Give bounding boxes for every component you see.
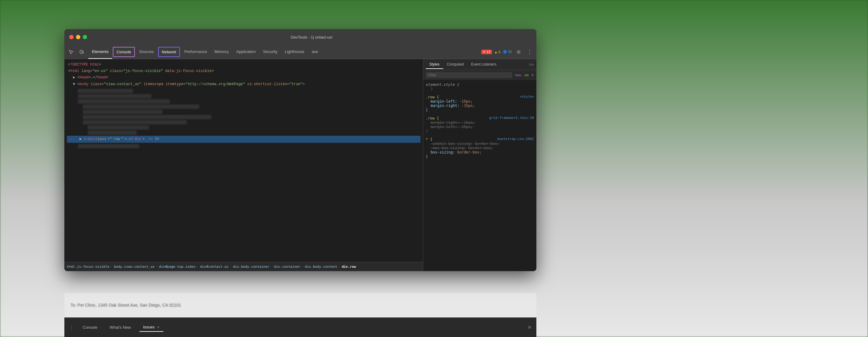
title-bar: DevTools - 1| ontact-us/: [64, 29, 536, 45]
breadcrumb-contact-us[interactable]: div#contact-us: [200, 265, 229, 269]
drawer-tab-console[interactable]: Console: [79, 323, 101, 332]
tab-security[interactable]: Security: [259, 45, 281, 59]
style-source-row1[interactable]: <style>: [520, 95, 534, 99]
tab-console[interactable]: Console: [113, 47, 135, 57]
dom-line-html: <html lang="en-us" class="js-focus-visib…: [68, 68, 419, 74]
tab-axe[interactable]: axe: [308, 45, 322, 59]
dom-line-selected[interactable]: ... ▶ <div class="row" >…</div> == $0: [67, 136, 421, 143]
styles-filter-row: :hov .cls +: [423, 70, 536, 80]
style-selector-star: * {: [426, 137, 432, 141]
dom-line-body[interactable]: ▼ <body class="view-contact_us" itemscop…: [73, 81, 419, 88]
style-rule-close-row1: }: [426, 108, 534, 112]
breadcrumb-html[interactable]: html.js-focus-visible: [67, 265, 110, 269]
style-rule-row-2: .row { grid-framework.less:18 margin-rig…: [426, 116, 534, 133]
style-prop-star-3: box-sizing: border-box;: [426, 150, 534, 155]
dom-blurred-7: [83, 120, 419, 124]
style-rule-header-row1: .row { <style>: [426, 95, 534, 99]
more-options-button[interactable]: ⋮: [525, 48, 534, 56]
dom-line-doctype: <!DOCTYPE html>: [68, 62, 419, 68]
styles-content: element.style { } .row { <style> margin-…: [423, 80, 536, 271]
style-rule-selector-element: element.style {: [426, 82, 534, 87]
drawer-tab-whats-new[interactable]: What's New: [106, 323, 134, 332]
style-selector-row1: .row {: [426, 95, 439, 99]
dom-blurred-9: [88, 131, 419, 135]
dom-content: <!DOCTYPE html> <html lang="en-us" class…: [64, 59, 423, 262]
styles-filter-input[interactable]: [426, 72, 512, 78]
breadcrumb-body-container[interactable]: div.body-container: [233, 265, 270, 269]
dom-blurred-6: [83, 115, 419, 119]
style-rule-close-element: }: [431, 87, 534, 91]
drawer-tab-issues[interactable]: Issues ✕: [140, 323, 163, 332]
issues-tab-close[interactable]: ✕: [157, 325, 160, 329]
svg-rect-1: [82, 51, 83, 53]
styles-tabs-more[interactable]: >>: [529, 62, 534, 67]
dom-blurred-2: [78, 94, 419, 98]
dom-blurred-8: [88, 125, 419, 130]
style-prop-row2-2: margin-left: -15px;: [431, 125, 534, 129]
device-toolbar-button[interactable]: [77, 48, 86, 56]
breadcrumb-page-top[interactable]: div#page-top.index: [159, 265, 195, 269]
drawer-menu-icon[interactable]: ⋮: [69, 325, 74, 330]
style-rule-header-row2: .row { grid-framework.less:18: [426, 116, 534, 121]
cls-filter-button[interactable]: .cls: [524, 73, 529, 77]
style-prop-row2-1: margin-right: -15px;: [431, 121, 534, 125]
tab-event-listeners[interactable]: Event Listeners: [467, 60, 500, 69]
dom-blurred-4: [83, 104, 419, 109]
inspect-element-button[interactable]: [67, 48, 75, 56]
minimize-button[interactable]: [76, 35, 80, 39]
dom-blurred-3: [78, 99, 419, 104]
drawer-close-button[interactable]: ✕: [527, 325, 531, 330]
tabs-right-area: ✕ 13 ▲ 5 🔵 59 ⋮: [481, 45, 534, 59]
bottom-drawer: ⋮ Console What's New Issues ✕ ✕: [64, 317, 536, 337]
dom-panel: <!DOCTYPE html> <html lang="en-us" class…: [64, 59, 423, 271]
tab-computed[interactable]: Computed: [443, 60, 467, 69]
styles-panel: Styles Computed Event Listeners >> :hov …: [423, 59, 536, 271]
tab-lighthouse[interactable]: Lighthouse: [281, 45, 308, 59]
tab-styles[interactable]: Styles: [426, 60, 443, 69]
tab-icon-area: [67, 45, 86, 59]
style-prop-star-2: -moz-box-sizing: border-box;: [426, 146, 534, 150]
maximize-button[interactable]: [83, 35, 87, 39]
breadcrumb-container[interactable]: div.container: [274, 265, 300, 269]
add-style-button[interactable]: +: [531, 72, 534, 78]
tab-application[interactable]: Application: [232, 45, 259, 59]
svg-point-2: [518, 51, 520, 53]
pseudo-filter-button[interactable]: :hov: [515, 73, 521, 77]
traffic-lights: [69, 35, 87, 39]
tabs-row: Elements Console Sources Network Perform…: [64, 45, 536, 59]
window-title: DevTools - 1| ontact-us/: [92, 35, 531, 39]
svg-rect-0: [80, 50, 82, 53]
tab-sources[interactable]: Sources: [135, 45, 158, 59]
main-content: <!DOCTYPE html> <html lang="en-us" class…: [64, 59, 536, 271]
tab-memory[interactable]: Memory: [211, 45, 232, 59]
style-rule-star: * { bootstrap.css:1062 -webkit-box-sizin…: [426, 137, 534, 159]
style-rule-close-star: }: [426, 155, 534, 159]
dom-blurred-10: [78, 144, 419, 148]
dom-blurred-5: [83, 110, 419, 114]
close-button[interactable]: [69, 35, 73, 39]
tab-network[interactable]: Network: [158, 47, 180, 57]
breadcrumb-body-content[interactable]: div.body-content: [305, 265, 337, 269]
warn-badge: ▲ 5: [494, 50, 500, 54]
style-source-star[interactable]: bootstrap.css:1062: [497, 137, 534, 141]
style-selector-row2: .row {: [426, 116, 439, 121]
tab-performance[interactable]: Performance: [181, 45, 211, 59]
page-content-preview: To: Pet Clinic, 1345 Oak Street Ave, San…: [64, 293, 536, 317]
style-rule-element: element.style { }: [426, 82, 534, 91]
style-prop-row1-1: margin-left: -15px;: [426, 99, 534, 104]
devtools-window: DevTools - 1| ontact-us/ Elements Co: [64, 29, 536, 271]
style-rule-close-row2: }: [426, 129, 534, 133]
tab-elements[interactable]: Elements: [88, 45, 112, 59]
style-source-row2[interactable]: grid-framework.less:18: [489, 116, 534, 120]
style-rule-row-1: .row { <style> margin-left: -15px; margi…: [426, 95, 534, 112]
style-prop-star-1: -webkit-box-sizing: border-box;: [426, 141, 534, 146]
error-badge: ✕ 13: [481, 49, 492, 54]
dom-line-head[interactable]: ▶ <head>…</head>: [73, 74, 419, 81]
styles-tabs-row: Styles Computed Event Listeners >>: [423, 59, 536, 70]
style-prop-row1-2: margin-right: -15px;: [426, 104, 534, 108]
style-rule-header-star: * { bootstrap.css:1062: [426, 137, 534, 141]
breadcrumb-body[interactable]: body.view-contact_us: [114, 265, 154, 269]
breadcrumb-bar: html.js-focus-visible › body.view-contac…: [64, 262, 423, 271]
settings-button[interactable]: [514, 48, 523, 56]
breadcrumb-row[interactable]: div.row: [342, 265, 356, 269]
